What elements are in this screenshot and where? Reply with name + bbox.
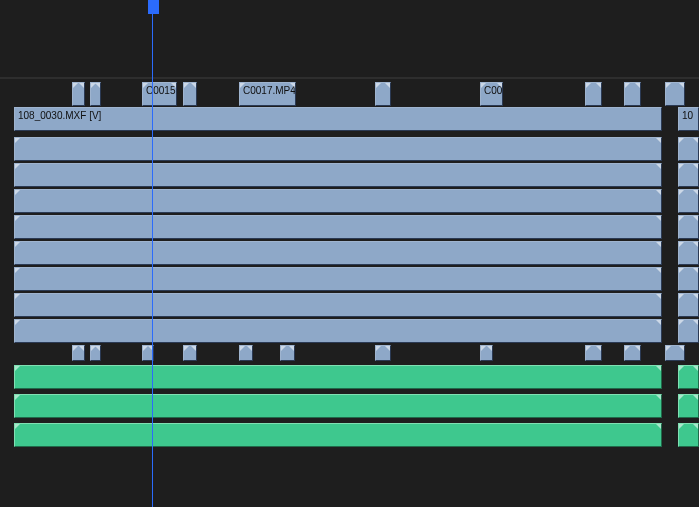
- clip-handle-right-icon: [148, 346, 154, 352]
- video-clip[interactable]: [678, 215, 699, 239]
- video-track-v2[interactable]: C0015.C0017.MP4C00: [0, 82, 699, 107]
- video-clip[interactable]: C00: [480, 82, 503, 106]
- clip-handle-left-icon: [14, 294, 20, 300]
- video-clip[interactable]: [678, 293, 699, 317]
- video-clip[interactable]: [72, 82, 85, 106]
- video-clip[interactable]: [142, 345, 154, 361]
- clip-handle-right-icon: [171, 83, 177, 89]
- audio-clip[interactable]: [678, 365, 699, 389]
- video-clip[interactable]: [14, 215, 662, 239]
- video-clip[interactable]: [14, 189, 662, 213]
- clip-handle-left-icon: [678, 190, 684, 196]
- video-lane[interactable]: [0, 319, 699, 344]
- clip-handle-right-icon: [191, 83, 197, 89]
- video-clip[interactable]: [14, 293, 662, 317]
- clip-handle-right-icon: [656, 424, 662, 430]
- video-clip[interactable]: [624, 82, 641, 106]
- video-lane[interactable]: [0, 215, 699, 240]
- clip-handle-left-icon: [480, 346, 486, 352]
- video-clip[interactable]: [624, 345, 641, 361]
- audio-track[interactable]: [0, 365, 699, 392]
- clip-handle-left-icon: [239, 346, 245, 352]
- audio-clip[interactable]: [14, 365, 662, 389]
- clip-handle-left-icon: [665, 346, 671, 352]
- video-clip[interactable]: [72, 345, 85, 361]
- clip-handle-left-icon: [239, 83, 245, 89]
- video-track-v1[interactable]: 108_0030.MXF [V]10: [0, 107, 699, 132]
- video-clip[interactable]: [280, 345, 295, 361]
- video-clip[interactable]: C0015.: [142, 82, 177, 106]
- clip-handle-right-icon: [79, 346, 85, 352]
- clip-handle-right-icon: [679, 346, 685, 352]
- video-clip[interactable]: [678, 241, 699, 265]
- video-clip[interactable]: 108_0030.MXF [V]: [14, 107, 662, 131]
- clip-handle-left-icon: [14, 268, 20, 274]
- clip-handle-left-icon: [14, 164, 20, 170]
- video-clip[interactable]: [14, 319, 662, 343]
- clip-handle-right-icon: [290, 83, 296, 89]
- clip-handle-left-icon: [624, 83, 630, 89]
- video-clip[interactable]: [375, 345, 391, 361]
- video-lane[interactable]: [0, 267, 699, 292]
- clip-label: C0017.MP4: [243, 85, 296, 96]
- clip-handle-right-icon: [79, 83, 85, 89]
- video-lane[interactable]: [0, 137, 699, 162]
- video-clip[interactable]: [678, 137, 699, 161]
- video-clip[interactable]: [183, 82, 197, 106]
- video-track-markers[interactable]: [0, 345, 699, 363]
- audio-clip[interactable]: [14, 394, 662, 418]
- video-clip[interactable]: [678, 189, 699, 213]
- clip-handle-left-icon: [678, 424, 684, 430]
- video-clip[interactable]: [239, 345, 253, 361]
- clip-handle-left-icon: [678, 366, 684, 372]
- clip-handle-left-icon: [72, 346, 78, 352]
- clip-handle-right-icon: [635, 83, 641, 89]
- clip-handle-right-icon: [656, 242, 662, 248]
- clip-handle-left-icon: [183, 83, 189, 89]
- clip-handle-right-icon: [679, 83, 685, 89]
- video-clip[interactable]: [14, 267, 662, 291]
- video-clip[interactable]: [665, 82, 685, 106]
- clip-handle-right-icon: [656, 294, 662, 300]
- timeline-panel[interactable]: C0015.C0017.MP4C00 108_0030.MXF [V]10: [0, 0, 699, 507]
- clip-handle-left-icon: [14, 320, 20, 326]
- clip-handle-right-icon: [693, 366, 699, 372]
- video-clip[interactable]: [678, 267, 699, 291]
- video-clip[interactable]: [183, 345, 197, 361]
- video-clip[interactable]: [375, 82, 391, 106]
- clip-handle-right-icon: [385, 346, 391, 352]
- clip-handle-left-icon: [280, 346, 286, 352]
- video-lane[interactable]: [0, 163, 699, 188]
- clip-handle-left-icon: [678, 216, 684, 222]
- video-clip[interactable]: C0017.MP4: [239, 82, 296, 106]
- video-clip[interactable]: [14, 137, 662, 161]
- clip-handle-right-icon: [656, 320, 662, 326]
- audio-track[interactable]: [0, 423, 699, 450]
- clip-handle-right-icon: [596, 83, 602, 89]
- audio-clip[interactable]: [678, 394, 699, 418]
- video-clip[interactable]: [90, 345, 101, 361]
- clip-handle-left-icon: [585, 346, 591, 352]
- audio-clip[interactable]: [678, 423, 699, 447]
- video-clip[interactable]: [480, 345, 493, 361]
- video-clip[interactable]: 10: [678, 107, 699, 131]
- playhead-handle[interactable]: [148, 0, 159, 14]
- clip-handle-right-icon: [247, 346, 253, 352]
- time-ruler[interactable]: [0, 77, 699, 79]
- video-clip[interactable]: [585, 345, 602, 361]
- clip-handle-left-icon: [678, 138, 684, 144]
- audio-track[interactable]: [0, 394, 699, 421]
- clip-handle-left-icon: [678, 320, 684, 326]
- video-clip[interactable]: [678, 319, 699, 343]
- video-clip[interactable]: [90, 82, 101, 106]
- video-clip[interactable]: [665, 345, 685, 361]
- video-lane[interactable]: [0, 241, 699, 266]
- video-clip[interactable]: [14, 241, 662, 265]
- video-clip[interactable]: [678, 163, 699, 187]
- video-clip[interactable]: [585, 82, 602, 106]
- clip-handle-right-icon: [693, 320, 699, 326]
- video-lane[interactable]: [0, 293, 699, 318]
- audio-clip[interactable]: [14, 423, 662, 447]
- video-clip[interactable]: [14, 163, 662, 187]
- video-lane[interactable]: [0, 189, 699, 214]
